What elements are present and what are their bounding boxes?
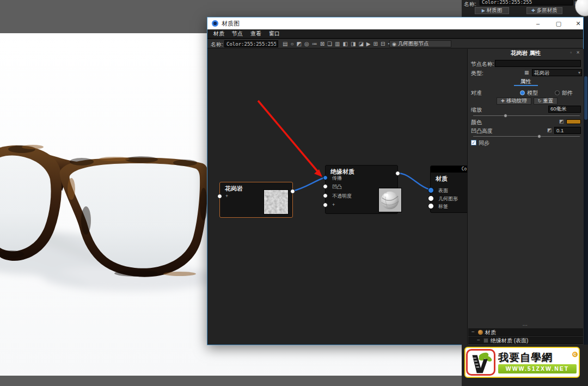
scale-slider-handle[interactable] bbox=[504, 114, 507, 118]
radio-model-label: 模型 bbox=[527, 89, 538, 97]
panel-splitter-handle[interactable]: ⋯ bbox=[468, 322, 584, 328]
window-title: 材质图 bbox=[222, 20, 240, 28]
scale-input[interactable] bbox=[548, 106, 581, 113]
tab-properties[interactable]: 属性 bbox=[468, 78, 584, 85]
dielectric-node-icon bbox=[483, 338, 488, 343]
scrollbar-thumb[interactable] bbox=[584, 76, 587, 120]
reset-button[interactable]: ↻ 重置 bbox=[534, 97, 558, 105]
node-granite[interactable]: 花岗岩 + bbox=[219, 182, 293, 218]
collapse-icon[interactable]: ⊟ bbox=[381, 40, 385, 47]
move-texture-icon: ✚ bbox=[501, 99, 505, 103]
panel-float-icon[interactable]: ▫ bbox=[570, 50, 573, 55]
tree-row-dielectric[interactable]: − 绝缘材质 (表面) bbox=[468, 336, 583, 344]
port-diffusion[interactable] bbox=[323, 175, 328, 180]
lock-icon[interactable]: ⊠ bbox=[320, 40, 324, 47]
dielectric-sphere-preview bbox=[378, 188, 402, 212]
color-texture-icon[interactable]: ◩ bbox=[559, 119, 564, 124]
panel-close-icon[interactable]: ✕ bbox=[576, 50, 581, 55]
tree-row-material[interactable]: − 材质 bbox=[468, 328, 583, 336]
radio-part[interactable] bbox=[555, 90, 560, 95]
scale-slider[interactable] bbox=[473, 115, 580, 116]
panel-header-icons: ▫ ✕ bbox=[570, 50, 581, 55]
node-b-icon[interactable]: ◨ bbox=[351, 40, 356, 47]
port-bump[interactable] bbox=[323, 184, 328, 189]
expander-icon[interactable]: − bbox=[471, 329, 475, 335]
copy-icon[interactable]: ❏ bbox=[327, 40, 332, 47]
watermark-url: WWW.51ZXW.NET bbox=[498, 364, 577, 373]
chevron-down-icon: ▾ bbox=[578, 70, 580, 75]
window-titlebar[interactable]: 材质图 – ▢ ✕ bbox=[207, 17, 583, 29]
menu-node[interactable]: 节点 bbox=[228, 30, 247, 38]
properties-panel: 花岗岩 属性 ▫ ✕ 节点名称: 类型: ▦ 花岗岩 ▾ 属性 对准 模型 部件… bbox=[467, 49, 584, 345]
color-swatch[interactable] bbox=[566, 119, 581, 124]
multi-layer-icon: ✚ bbox=[531, 8, 535, 13]
type-dropdown[interactable]: 花岗岩 ▾ bbox=[532, 69, 582, 76]
app-right-scrollbar[interactable] bbox=[584, 0, 588, 386]
red-annotation-arrow bbox=[258, 101, 322, 177]
menu-window[interactable]: 窗口 bbox=[265, 30, 284, 38]
toolbar-name-input[interactable] bbox=[224, 40, 278, 47]
node-c-icon[interactable]: ◪ bbox=[358, 40, 363, 47]
move-texture-button[interactable]: ✚ 移动纹理 bbox=[497, 97, 531, 105]
bump-slider-handle[interactable] bbox=[537, 134, 541, 138]
sync-checkbox[interactable]: ✓ bbox=[471, 140, 476, 145]
node-granite-title: 花岗岩 bbox=[225, 185, 243, 193]
geometry-node-icon: ◉ bbox=[392, 41, 396, 47]
material-name-input[interactable] bbox=[480, 0, 573, 5]
bottom-right-region: 我要自學網 C WWW.51ZXW.NET bbox=[462, 345, 588, 386]
material-graph-window: 材质图 – ▢ ✕ 材质 节点 查看 窗口 名称: ▤ ○ ◩ ◎ ≔ ⊠ ❏ … bbox=[207, 17, 584, 345]
granite-texture-preview bbox=[264, 189, 289, 215]
delete-icon[interactable]: ▥ bbox=[335, 40, 340, 47]
bump-input[interactable] bbox=[554, 127, 581, 134]
multi-layer-material-button[interactable]: ✚ 多层材质 bbox=[526, 7, 562, 14]
save-icon[interactable]: ▤ bbox=[283, 40, 287, 47]
node-a-icon[interactable]: ◧ bbox=[343, 40, 348, 47]
menu-view[interactable]: 查看 bbox=[247, 30, 265, 38]
port-granite-output[interactable] bbox=[290, 189, 295, 194]
material-sphere-icon bbox=[478, 330, 483, 335]
screen: 名称: ▤ ▶ 材质图 ✚ 多层材质 材质图 – ▢ ✕ 材质 节点 查看 窗口… bbox=[0, 0, 588, 386]
node-material[interactable]: Color:255 材质 表面 几何图形 标签 bbox=[430, 166, 467, 213]
port-geometry[interactable] bbox=[428, 195, 434, 201]
node-graph-canvas[interactable]: 花岗岩 + 绝缘材质 传播 bbox=[207, 49, 467, 345]
geometry-node-button[interactable]: ◉ 几何图形节点 bbox=[389, 40, 451, 47]
radio-model[interactable] bbox=[520, 90, 525, 95]
glasses-render bbox=[0, 139, 210, 297]
port-surface-label: 表面 bbox=[438, 187, 448, 194]
port-surface[interactable] bbox=[428, 187, 434, 193]
port-granite-input[interactable] bbox=[217, 194, 222, 199]
port-diffusion-label: 传播 bbox=[332, 175, 342, 182]
arrange-icon[interactable]: ≔ bbox=[312, 40, 317, 47]
material-graph-button[interactable]: ▶ 材质图 bbox=[475, 7, 509, 14]
port-bump-label: 凹凸 bbox=[332, 183, 342, 191]
group-icon[interactable]: ▶ bbox=[366, 40, 371, 47]
close-button[interactable]: ✕ bbox=[573, 19, 583, 28]
watermark-text-block: 我要自學網 C WWW.51ZXW.NET bbox=[495, 352, 578, 373]
port-geometry-label: 几何图形 bbox=[438, 195, 458, 203]
port-tag[interactable] bbox=[428, 203, 434, 209]
node-dielectric[interactable]: 绝缘材质 传播 凹凸 不透明度 + bbox=[325, 165, 398, 214]
maximize-button[interactable]: ▢ bbox=[554, 19, 564, 28]
port-opacity-label: 不透明度 bbox=[332, 193, 352, 200]
menu-material[interactable]: 材质 bbox=[210, 30, 228, 38]
fit-view-icon[interactable]: ◩ bbox=[297, 40, 302, 47]
panel-title: 花岗岩 属性 bbox=[468, 49, 584, 57]
expander-icon[interactable]: − bbox=[477, 337, 480, 343]
expand-icon[interactable]: ⊞ bbox=[373, 40, 378, 47]
material-graph-icon: ▶ bbox=[482, 8, 485, 13]
minimize-button[interactable]: – bbox=[533, 19, 543, 28]
port-opacity[interactable] bbox=[323, 193, 328, 198]
port-dielectric-output[interactable] bbox=[395, 171, 400, 176]
delete-type-icon[interactable]: ▦ bbox=[524, 70, 529, 75]
watermark-v-icon bbox=[466, 349, 495, 376]
bottom-viewport-strip bbox=[0, 376, 462, 386]
watermark-brand: 我要自學網 C bbox=[498, 352, 577, 364]
bump-label: 凹凸高度 bbox=[471, 127, 493, 135]
bump-texture-icon[interactable]: ◩ bbox=[547, 127, 552, 133]
node-name-input[interactable] bbox=[495, 60, 581, 67]
target-icon[interactable]: ◎ bbox=[304, 40, 309, 47]
zoom-icon[interactable]: ○ bbox=[290, 40, 293, 47]
bump-slider[interactable] bbox=[473, 136, 580, 137]
wire-granite-to-dielectric bbox=[292, 177, 324, 191]
port-add[interactable] bbox=[323, 203, 328, 207]
